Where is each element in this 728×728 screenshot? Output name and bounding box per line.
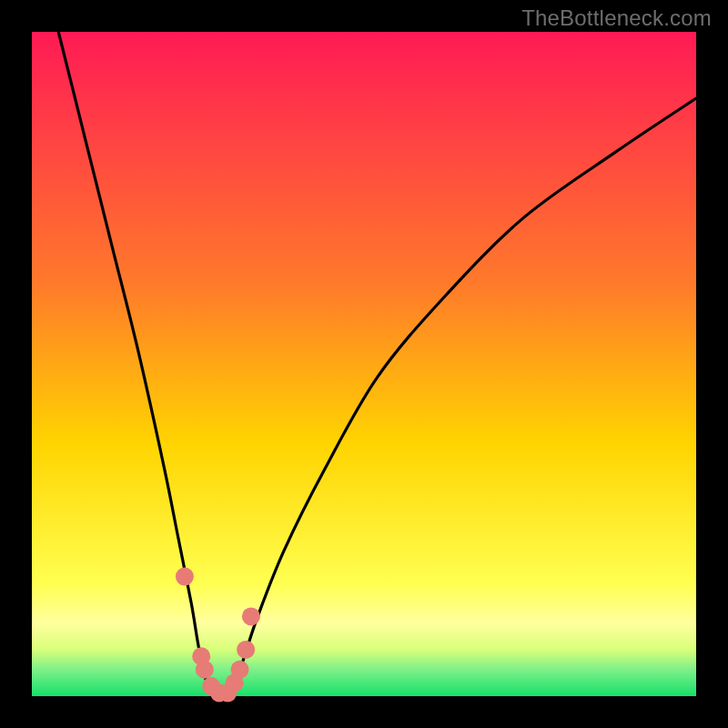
marker-dot xyxy=(231,661,249,679)
chart-stage: TheBottleneck.com xyxy=(0,0,728,728)
bottleneck-chart xyxy=(0,0,728,728)
marker-dot xyxy=(176,568,194,586)
marker-dot xyxy=(196,661,214,679)
watermark-text: TheBottleneck.com xyxy=(521,5,712,31)
marker-dot xyxy=(242,607,260,625)
plot-background xyxy=(32,32,696,696)
marker-dot xyxy=(237,641,255,659)
